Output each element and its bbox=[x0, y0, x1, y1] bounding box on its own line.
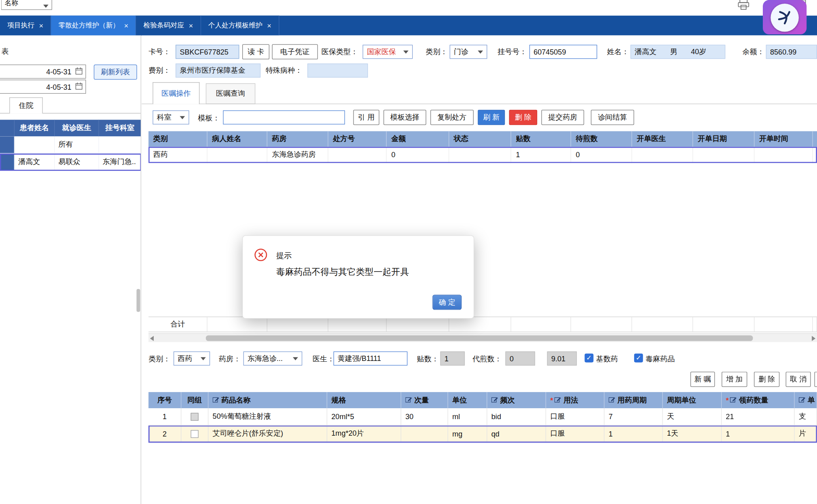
rx-row-selected[interactable]: 西药 东海急诊药房 0 1 0 bbox=[148, 147, 817, 163]
app-logo bbox=[770, 4, 799, 32]
detail-category-label: 类别： bbox=[148, 354, 170, 364]
dialog-ok-button[interactable]: 确 定 bbox=[432, 295, 461, 310]
same-group-checkbox[interactable] bbox=[191, 413, 199, 420]
header-qty: * 领药数量 bbox=[722, 392, 794, 408]
read-card-button[interactable]: 读 卡 bbox=[242, 44, 269, 59]
cell-patient-name bbox=[15, 137, 55, 153]
date-to-input[interactable]: 4-05-31 bbox=[0, 80, 86, 94]
template-select-button[interactable]: 模板选择 bbox=[383, 110, 426, 125]
close-icon[interactable]: × bbox=[267, 22, 271, 29]
cancel-button[interactable]: 取 消 bbox=[786, 372, 811, 387]
cell-freq: qd bbox=[487, 426, 546, 443]
drug-row-selected[interactable]: 2 艾司唑仑片(舒乐安定) 1mg*20片 mg qd 口服 1 1天 1 片 bbox=[148, 426, 817, 443]
submit-pharmacy-button[interactable]: 提交药房 bbox=[542, 110, 584, 125]
clinic-settle-button[interactable]: 诊间结算 bbox=[591, 110, 634, 125]
e-certificate-button[interactable]: 电子凭证 bbox=[272, 44, 317, 59]
add-button[interactable]: 增 加 bbox=[722, 372, 747, 387]
tab-personal-rx-template[interactable]: 个人处方模板维护 × bbox=[201, 16, 279, 36]
patient-row-selected[interactable]: 潘高文 易联众 东海门急.. bbox=[0, 154, 141, 171]
base-drug-checkbox[interactable]: ✓ bbox=[584, 354, 593, 363]
copy-rx-button[interactable]: 复制处方 bbox=[430, 110, 474, 125]
vertical-scrollbar-thumb[interactable] bbox=[137, 289, 140, 312]
insurance-type-value: 国家医保 bbox=[367, 47, 396, 57]
delete-row-button[interactable]: 删 除 bbox=[754, 372, 779, 387]
tab-scattered-rx-maintenance[interactable]: 零散处方维护（新） × bbox=[51, 16, 136, 36]
tab-order-operate[interactable]: 医嘱操作 bbox=[152, 82, 199, 104]
cell-period: 7 bbox=[604, 408, 662, 426]
drug-grid: 序号 同组 药品名称 规格 次量 单位 频次 * bbox=[148, 392, 817, 443]
required-marker: * bbox=[550, 396, 553, 405]
dept-select[interactable]: 科室 bbox=[152, 110, 189, 124]
header-period-unit: 周期单位 bbox=[663, 392, 722, 408]
cell-same-group bbox=[181, 426, 208, 443]
insurance-type-select[interactable]: 国家医保 bbox=[363, 45, 413, 59]
close-icon[interactable]: × bbox=[39, 22, 44, 29]
total-cell bbox=[449, 317, 511, 332]
cell-patient-name: 潘高文 bbox=[15, 154, 55, 170]
drug-row[interactable]: 1 50%葡萄糖注射液 20ml*5 30 ml bid 口服 7 天 21 支 bbox=[148, 408, 817, 426]
card-no-label: 卡号： bbox=[148, 47, 170, 57]
cell-pack-unit: 支 bbox=[795, 408, 817, 426]
name-filter-select[interactable]: 名称 bbox=[1, 0, 52, 10]
horizontal-scrollbar-thumb[interactable] bbox=[206, 335, 753, 341]
tab-inpatient[interactable]: 住院 bbox=[9, 97, 42, 114]
tab-order-query[interactable]: 医嘱查询 bbox=[206, 83, 255, 104]
printer-icon[interactable] bbox=[737, 0, 750, 11]
chevron-down-icon bbox=[201, 357, 206, 360]
cell-same-group bbox=[181, 408, 208, 426]
close-icon[interactable]: × bbox=[124, 22, 129, 29]
cell-patient bbox=[207, 147, 267, 163]
document-tab-bar: 项目执行 × 零散处方维护（新） × 检验条码对应 × 个人处方模板维护 × bbox=[0, 16, 817, 36]
special-disease-field[interactable] bbox=[307, 63, 368, 78]
cell-dept bbox=[99, 137, 141, 153]
header-doctor: 就诊医生 bbox=[55, 120, 99, 136]
date-from-input[interactable]: 4-05-31 bbox=[0, 65, 86, 79]
card-no-field[interactable]: SBKCF677825 bbox=[176, 45, 239, 59]
cite-button[interactable]: 引 用 bbox=[353, 110, 379, 125]
tab-project-execute[interactable]: 项目执行 × bbox=[0, 16, 51, 36]
scroll-left-arrow[interactable] bbox=[150, 336, 154, 341]
total-cell bbox=[693, 317, 754, 332]
patient-row[interactable]: 所有 bbox=[0, 137, 141, 154]
detail-doctor-input[interactable]: 黄建强/B1111 bbox=[333, 352, 407, 366]
dept-select-value: 科室 bbox=[157, 113, 171, 122]
detail-pharmacy-select[interactable]: 东海急诊... bbox=[243, 352, 303, 366]
delete-button[interactable]: 删 除 bbox=[509, 110, 538, 125]
tab-label: 零散处方维护（新） bbox=[59, 21, 120, 30]
tab-barcode-mapping[interactable]: 检验条码对应 × bbox=[136, 16, 201, 36]
cell-spec: 1mg*20片 bbox=[327, 426, 401, 443]
header-category: 类别 bbox=[148, 131, 207, 147]
cell-tie-count: 1 bbox=[511, 147, 571, 163]
visit-type-select[interactable]: 门诊 bbox=[450, 45, 487, 59]
scroll-right-arrow[interactable] bbox=[812, 336, 815, 341]
horizontal-scrollbar[interactable] bbox=[148, 333, 817, 342]
reg-no-input[interactable]: 60745059 bbox=[529, 45, 597, 59]
detail-tie-field[interactable]: 1 bbox=[440, 352, 465, 366]
close-icon[interactable]: × bbox=[189, 22, 193, 29]
required-marker: * bbox=[726, 396, 729, 405]
total-cell bbox=[207, 317, 267, 332]
header-patient: 病人姓名 bbox=[207, 131, 267, 147]
header-pharmacy: 药房 bbox=[267, 131, 328, 147]
cell-pharmacy: 东海急诊药房 bbox=[267, 147, 328, 163]
header-label: 用药周期 bbox=[618, 395, 647, 405]
cell-spec: 20ml*5 bbox=[327, 408, 401, 426]
total-cell bbox=[328, 317, 387, 332]
calendar-icon[interactable] bbox=[75, 67, 83, 76]
narcotic-drug-checkbox[interactable]: ✓ bbox=[634, 354, 643, 363]
chevron-down-icon bbox=[478, 50, 483, 53]
calendar-icon[interactable] bbox=[75, 82, 83, 91]
detail-decoct-field[interactable]: 0 bbox=[506, 352, 535, 366]
same-group-checkbox[interactable] bbox=[191, 430, 199, 437]
edit-icon bbox=[491, 396, 498, 405]
new-order-button[interactable]: 新 嘱 bbox=[690, 372, 715, 387]
refresh-button[interactable]: 刷 新 bbox=[478, 110, 505, 125]
detail-category-select[interactable]: 西药 bbox=[174, 352, 210, 366]
header-usage: * 用法 bbox=[546, 392, 604, 408]
cell-order-time bbox=[754, 147, 813, 163]
template-input[interactable] bbox=[223, 110, 345, 124]
top-strip: 名称 bbox=[0, 0, 817, 16]
refresh-list-button[interactable]: 刷新列表 bbox=[94, 65, 137, 80]
template-label: 模板： bbox=[198, 114, 220, 123]
cut-button[interactable] bbox=[815, 372, 817, 387]
